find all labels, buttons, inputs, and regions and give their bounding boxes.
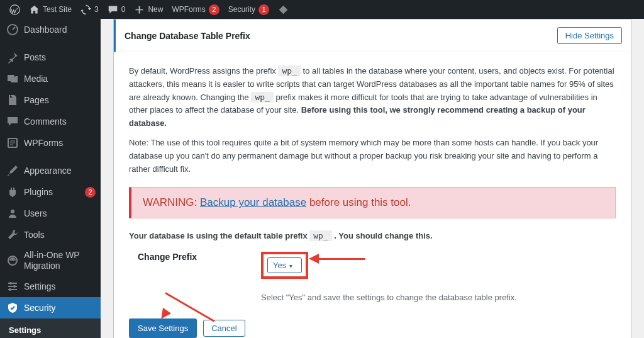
svg-point-6 — [9, 282, 12, 284]
description-paragraph-1: By default, WordPress assigns the prefix… — [129, 65, 616, 130]
shield-icon — [6, 301, 19, 314]
sidebar-item-label: Security — [24, 303, 96, 313]
users-icon — [6, 207, 19, 220]
sidebar-item-media[interactable]: Media — [0, 68, 101, 89]
sidebar-item-label: Pages — [24, 95, 96, 105]
svg-point-7 — [13, 285, 16, 288]
svg-point-4 — [11, 210, 14, 213]
select-highlight-box: Yes ▾ — [261, 252, 308, 279]
helper-text: Select "Yes" and save the settings to ch… — [261, 293, 616, 302]
diamond-icon — [278, 4, 289, 15]
wpforms-badge: 2 — [209, 4, 219, 15]
comments-icon — [6, 115, 19, 128]
sidebar-item-pages[interactable]: Pages — [0, 89, 101, 111]
sidebar-item-dashboard[interactable]: Dashboard — [0, 19, 101, 40]
wpforms-link[interactable]: WPForms 2 — [167, 0, 223, 19]
sidebar-item-label: Dashboard — [24, 25, 96, 35]
updates-link[interactable]: 3 — [76, 0, 103, 19]
site-home-link[interactable]: Test Site — [25, 0, 76, 19]
extra-menu[interactable] — [274, 0, 293, 19]
dashboard-icon — [6, 23, 19, 36]
save-settings-button[interactable]: Save Settings — [129, 318, 197, 338]
panel-title: Change Database Table Prefix — [125, 31, 250, 41]
page-icon — [6, 94, 19, 106]
updates-count: 3 — [94, 5, 99, 14]
sidebar-item-label: Plugins — [24, 187, 80, 197]
sidebar-item-posts[interactable]: Posts — [0, 47, 101, 68]
sidebar-item-label: Settings — [24, 281, 96, 291]
security-link[interactable]: Security 1 — [224, 0, 274, 19]
sidebar-item-label: Media — [24, 74, 96, 84]
brush-icon — [6, 164, 19, 177]
sidebar-item-label: Tools — [24, 230, 96, 240]
sidebar-item-security[interactable]: Security — [0, 297, 101, 318]
warning-banner: WARNING: Backup your database before usi… — [129, 187, 616, 218]
change-prefix-row: Change Prefix Yes ▾ Select "Yes" and sav… — [129, 252, 616, 302]
description-paragraph-2: Note: The use of this tool requires quit… — [129, 137, 616, 176]
hide-settings-button[interactable]: Hide Settings — [557, 27, 622, 44]
new-label: New — [148, 5, 163, 14]
sidebar-item-migration[interactable]: All-in-One WP Migration — [0, 245, 101, 276]
media-icon — [6, 72, 19, 85]
wp-logo[interactable] — [5, 0, 25, 19]
refresh-icon — [80, 4, 91, 15]
sliders-icon — [6, 280, 19, 293]
sidebar-item-settings[interactable]: Settings — [0, 276, 101, 297]
security-badge: 1 — [258, 4, 269, 15]
security-label: Security — [228, 5, 255, 14]
svg-point-2 — [9, 76, 10, 77]
migration-icon — [6, 254, 19, 267]
sidebar-item-label: Appearance — [24, 166, 96, 176]
sidebar-item-label: Users — [24, 208, 96, 218]
comments-link[interactable]: 0 — [103, 0, 130, 19]
comments-count: 0 — [121, 5, 126, 14]
wrench-icon — [6, 228, 19, 241]
sidebar-item-comments[interactable]: Comments — [0, 111, 101, 132]
sidebar-item-plugins[interactable]: Plugins 2 — [0, 181, 101, 203]
home-icon — [29, 4, 40, 15]
wpforms-label: WPForms — [172, 5, 205, 14]
backup-link[interactable]: Backup your database — [200, 196, 306, 208]
sidebar-item-wpforms[interactable]: WPForms — [0, 132, 101, 154]
plugin-icon — [6, 186, 19, 198]
sidebar-item-users[interactable]: Users — [0, 203, 101, 224]
sidebar-item-appearance[interactable]: Appearance — [0, 160, 101, 181]
submenu-settings[interactable]: Settings — [0, 322, 101, 338]
form-icon — [6, 137, 19, 149]
comment-icon — [108, 4, 118, 15]
change-prefix-select[interactable]: Yes — [267, 257, 302, 273]
security-submenu: Settings Security Check — [0, 318, 101, 338]
new-content-link[interactable]: New — [130, 0, 167, 19]
sidebar-item-label: Comments — [24, 116, 96, 127]
sidebar-item-tools[interactable]: Tools — [0, 224, 101, 245]
sidebar-item-label: All-in-One WP Migration — [24, 250, 96, 271]
svg-point-8 — [9, 288, 11, 291]
pin-icon — [6, 51, 19, 64]
sidebar-item-label: Posts — [24, 52, 96, 62]
annotation-arrow-icon — [309, 256, 365, 262]
panel-header: Change Database Table Prefix Hide Settin… — [114, 20, 631, 52]
wordpress-icon — [9, 4, 20, 15]
site-name: Test Site — [43, 5, 72, 14]
plus-icon — [134, 4, 145, 15]
db-prefix-panel: Change Database Table Prefix Hide Settin… — [113, 19, 631, 338]
change-prefix-label: Change Prefix — [129, 252, 248, 262]
actions-row: Save Settings Cancel — [129, 318, 616, 338]
sidebar-item-label: WPForms — [24, 138, 96, 148]
plugins-badge: 2 — [85, 187, 96, 198]
cancel-button[interactable]: Cancel — [203, 320, 245, 337]
status-line: Your database is using the default table… — [129, 230, 616, 243]
